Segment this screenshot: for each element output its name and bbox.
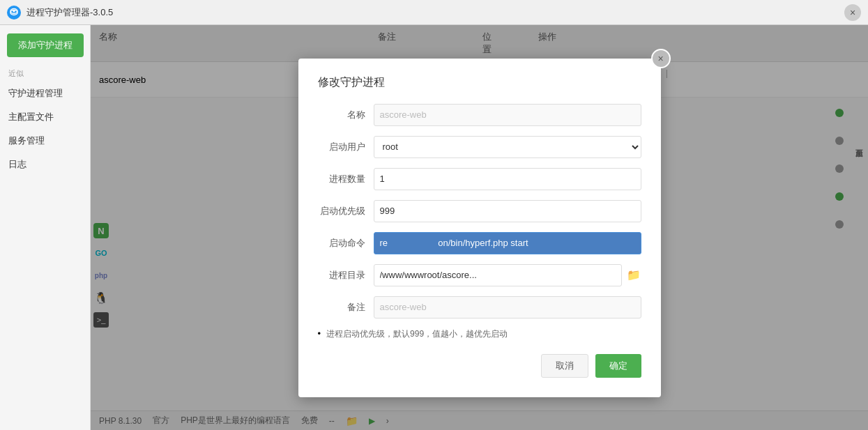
dir-label: 进程目录 bbox=[318, 269, 374, 282]
app-icon bbox=[7, 6, 21, 20]
form-row-dir: 进程目录 📁 bbox=[318, 264, 641, 286]
form-row-user: 启动用户 root www nobody bbox=[318, 136, 641, 158]
main-container: 添加守护进程 近似 守护进程管理 主配置文件 服务管理 日志 名称 备注 位置 … bbox=[0, 25, 868, 430]
modal-footer: 取消 确定 bbox=[318, 354, 641, 378]
user-label: 启动用户 bbox=[318, 141, 374, 153]
form-row-note: 备注 bbox=[318, 296, 641, 318]
sidebar: 添加守护进程 近似 守护进程管理 主配置文件 服务管理 日志 bbox=[0, 25, 91, 430]
add-process-button[interactable]: 添加守护进程 bbox=[7, 33, 84, 57]
user-select[interactable]: root www nobody bbox=[374, 136, 641, 158]
count-input[interactable] bbox=[374, 168, 641, 190]
content-area: 名称 备注 位置 操作 ascore-web ascore-web 📁 日志 |… bbox=[91, 25, 868, 430]
count-label: 进程数量 bbox=[318, 173, 374, 185]
sidebar-item-process-management[interactable]: 守护进程管理 bbox=[0, 82, 90, 105]
sidebar-item-main-config[interactable]: 主配置文件 bbox=[0, 105, 90, 129]
form-row-count: 进程数量 bbox=[318, 168, 641, 190]
sidebar-section-label: 近似 bbox=[0, 66, 90, 82]
modal-overlay: × 修改守护进程 名称 启动用户 root www nobody bbox=[91, 25, 868, 430]
app-title: 进程守护管理器-3.0.5 bbox=[26, 6, 113, 19]
dir-folder-icon[interactable]: 📁 bbox=[626, 268, 641, 283]
name-label: 名称 bbox=[318, 109, 374, 121]
name-input[interactable] bbox=[374, 104, 641, 126]
svg-point-2 bbox=[13, 10, 15, 12]
bullet: • bbox=[318, 328, 321, 339]
hint-text: 进程启动优先级，默认999，值越小，越优先启动 bbox=[326, 328, 508, 340]
note-label: 备注 bbox=[318, 301, 374, 314]
confirm-button[interactable]: 确定 bbox=[595, 354, 641, 378]
priority-label: 启动优先级 bbox=[318, 205, 374, 217]
sidebar-item-log[interactable]: 日志 bbox=[0, 153, 90, 176]
modal-dialog: × 修改守护进程 名称 启动用户 root www nobody bbox=[298, 59, 661, 397]
priority-input[interactable] bbox=[374, 200, 641, 222]
form-row-command: 启动命令 bbox=[318, 232, 641, 254]
sidebar-item-service-management[interactable]: 服务管理 bbox=[0, 129, 90, 153]
cancel-button[interactable]: 取消 bbox=[541, 354, 588, 378]
modal-title: 修改守护进程 bbox=[318, 75, 641, 90]
command-label: 启动命令 bbox=[318, 237, 374, 249]
hint-row: • 进程启动优先级，默认999，值越小，越优先启动 bbox=[318, 328, 641, 340]
note-input[interactable] bbox=[374, 296, 641, 318]
form-row-name: 名称 bbox=[318, 104, 641, 126]
command-input[interactable] bbox=[374, 232, 641, 254]
title-bar: 进程守护管理器-3.0.5 × bbox=[0, 0, 868, 25]
dir-input-group: 📁 bbox=[374, 264, 641, 286]
window-close-button[interactable]: × bbox=[844, 4, 861, 21]
modal-close-button[interactable]: × bbox=[651, 49, 671, 68]
dir-input[interactable] bbox=[374, 264, 622, 286]
form-row-priority: 启动优先级 bbox=[318, 200, 641, 222]
